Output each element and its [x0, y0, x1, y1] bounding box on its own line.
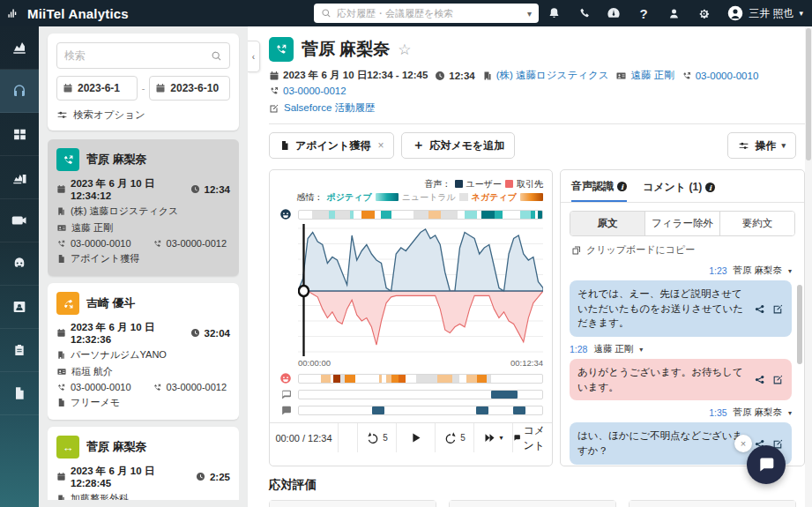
info-icon[interactable]: i: [617, 182, 627, 191]
chat-widget-button[interactable]: [747, 445, 786, 484]
search-scope-caret-icon[interactable]: ▾: [527, 9, 532, 19]
client-emotion-track[interactable]: [279, 372, 543, 384]
sidebar-item-meetings[interactable]: [0, 199, 39, 242]
gear-icon: [697, 7, 711, 20]
waveform-area[interactable]: [279, 224, 543, 356]
dialer-button[interactable]: [569, 0, 599, 26]
info-icon[interactable]: i: [705, 183, 715, 192]
remove-tag-icon[interactable]: ×: [377, 139, 384, 152]
global-search-input[interactable]: [337, 8, 522, 19]
detail-phone-to-link[interactable]: 03-0000-0012: [283, 86, 346, 96]
comment-button[interactable]: コメント: [513, 423, 552, 452]
list-search-field[interactable]: [56, 42, 230, 69]
message-time[interactable]: 1:28: [570, 344, 587, 354]
sidebar-item-analytics[interactable]: [0, 26, 39, 70]
report-chart-icon: [11, 169, 27, 185]
date-from-picker[interactable]: 2023-6-1: [56, 76, 138, 101]
audio-player-card: 音声： ユーザー 取引先 感情： ポジティブ ニュートラル ネガティブ: [269, 169, 553, 466]
call-contact: 稲垣 航介: [71, 365, 113, 378]
collapse-list-button[interactable]: ‹: [248, 41, 260, 72]
user-menu[interactable]: 三井 照也 ▾: [727, 5, 803, 21]
sidebar-item-dashboard[interactable]: [0, 113, 39, 156]
sidebar-item-ai-assistant[interactable]: [0, 242, 39, 286]
share-icon[interactable]: [754, 303, 765, 315]
speaker-caret-icon[interactable]: ▾: [788, 409, 792, 417]
speaker-caret-icon[interactable]: ▾: [788, 267, 792, 275]
sliders-icon: [56, 109, 68, 121]
chat-widget-close-button[interactable]: ×: [734, 435, 752, 452]
client-emotion-bar[interactable]: [298, 374, 543, 384]
main-scrollbar[interactable]: [805, 26, 812, 507]
copy-to-clipboard-link[interactable]: クリップボードにコピー: [571, 243, 793, 257]
crm-activity-link[interactable]: Salseforce 活動履歴: [284, 101, 376, 115]
user-emotion-track[interactable]: [279, 208, 543, 220]
transcript-scrollbar[interactable]: [797, 285, 802, 364]
notifications-button[interactable]: [539, 0, 569, 26]
forward-5-button[interactable]: 5: [436, 423, 474, 452]
speaker-caret-icon[interactable]: ▾: [639, 346, 643, 354]
client-talk-bar[interactable]: [298, 406, 543, 415]
user-smiley-icon: [279, 208, 293, 220]
rewind-5-button[interactable]: 5: [358, 423, 397, 452]
sidebar-item-reports[interactable]: [0, 156, 39, 199]
add-memo-button[interactable]: ＋ 応対メモを追加: [401, 132, 515, 159]
client-talk-track[interactable]: [279, 405, 543, 416]
sidebar-item-call-history[interactable]: [0, 70, 39, 113]
list-search-input[interactable]: [64, 49, 205, 62]
memo-tag[interactable]: アポイント獲得 ×: [269, 132, 394, 159]
memo-icon: [279, 140, 290, 151]
detail-contact-link[interactable]: 遠藤 正剛: [630, 69, 674, 82]
user-talk-bar[interactable]: [298, 390, 543, 399]
phone-icon: [56, 383, 66, 392]
mode-filler-removed-button[interactable]: フィラー除外: [645, 212, 720, 235]
legend-user-label: ユーザー: [466, 177, 502, 190]
playhead-handle[interactable]: [299, 286, 309, 296]
top-navbar: MiiTel Analytics ▾ ? 三井 照也 ▾: [0, 0, 812, 26]
user-talk-track[interactable]: [279, 389, 543, 400]
call-list-item[interactable]: 菅原 麻梨奈 2023 年 6 月 10 日 12:34:1212:34 (株)…: [48, 139, 239, 276]
date-range-row: 2023-6-1 - 2023-6-10: [56, 76, 230, 101]
edit-icon[interactable]: [772, 374, 784, 385]
edit-icon[interactable]: [772, 303, 784, 315]
call-list-item[interactable]: 吉崎 優斗 2023 年 6 月 10 日 12:32:3632:04 パーソナ…: [48, 283, 239, 420]
playback-speed-button[interactable]: ▾: [474, 423, 513, 452]
settings-button[interactable]: [689, 0, 719, 26]
tab-speech-recognition[interactable]: 音声認識 i: [571, 179, 627, 202]
main-scrollbar-thumb[interactable]: [806, 28, 811, 160]
favorite-star-icon[interactable]: ☆: [398, 41, 411, 59]
date-to-picker[interactable]: 2023-6-10: [149, 76, 230, 101]
sidebar-item-contacts[interactable]: [0, 286, 39, 329]
search-options-link[interactable]: 検索オプション: [56, 108, 230, 122]
mode-summary-button[interactable]: 要約文: [720, 212, 794, 235]
sidebar-item-documents[interactable]: [0, 372, 39, 415]
call-list-item[interactable]: ↔ 菅原 麻梨奈 2023 年 6 月 10 日 12:28:452:25 加藤…: [48, 427, 239, 500]
play-button[interactable]: [397, 423, 436, 452]
sidebar-item-tasks[interactable]: [0, 329, 39, 372]
message-time[interactable]: 1:35: [709, 407, 726, 418]
call-datetime: 2023 年 6 月 10 日 12:32:36: [71, 321, 171, 345]
detail-company-link[interactable]: (株) 遠藤ロジスティクス: [496, 69, 609, 82]
brand-logo[interactable]: MiiTel Analytics: [7, 6, 129, 21]
voice-waveform-chart[interactable]: [298, 224, 543, 356]
monitor-button[interactable]: [599, 0, 629, 26]
time-start-label: 00:00:00: [298, 358, 331, 368]
score-card-silence: 沈黙回数i: [629, 500, 796, 507]
id-card-icon: [56, 367, 67, 377]
transcript-messages[interactable]: 1:23菅原 麻梨奈▾ それでは、えー、先ほど説明させていただいたものをお送りさ…: [561, 257, 804, 466]
user-emotion-bar[interactable]: [298, 210, 543, 220]
transcript-message: 1:28遠藤 正剛▾ ありがとうございます。お待ちしています。: [570, 343, 792, 400]
tab-comments[interactable]: コメント (1) i: [643, 179, 715, 202]
copy-icon: [571, 245, 582, 256]
mode-original-button[interactable]: 原文: [570, 212, 645, 235]
actions-button[interactable]: 操作 ▾: [727, 132, 796, 159]
share-icon[interactable]: [754, 374, 765, 385]
message-time[interactable]: 1:23: [709, 265, 726, 276]
speech-bubble-icon: [279, 389, 293, 400]
global-search[interactable]: ▾: [314, 4, 539, 23]
phone-icon: [269, 86, 279, 96]
help-button[interactable]: ?: [629, 0, 659, 26]
detail-phone-from-link[interactable]: 03-0000-0010: [696, 71, 759, 81]
agent-status-button[interactable]: [659, 0, 689, 26]
comment-button-label: コメント: [524, 423, 552, 453]
forward-seconds: 5: [460, 433, 466, 443]
